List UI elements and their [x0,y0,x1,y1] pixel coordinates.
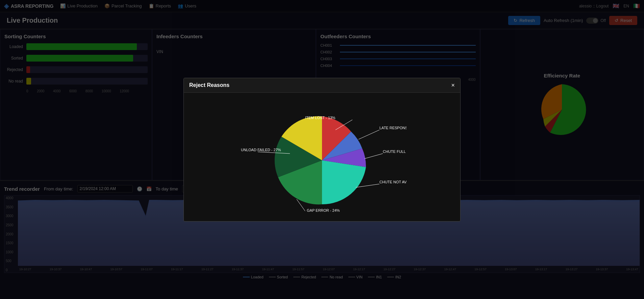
svg-text:UNLOAD FAILED - 27%: UNLOAD FAILED - 27% [241,148,281,152]
svg-line-8 [356,184,379,187]
svg-line-6 [365,154,383,159]
svg-text:CHUTE NOT AVAILABLE - 20%: CHUTE NOT AVAILABLE - 20% [379,180,406,184]
svg-line-4 [358,130,379,139]
svg-text:LATE RESPONSE - 7%: LATE RESPONSE - 7% [379,126,406,130]
svg-text:ITEM LOST - 13%: ITEM LOST - 13% [305,116,336,120]
modal-title: Reject Reasons [189,82,229,88]
modal-header: Reject Reasons × [184,78,460,93]
svg-text:GAP ERROR - 24%: GAP ERROR - 24% [307,208,340,212]
svg-text:CHUTE FULL - 10%: CHUTE FULL - 10% [383,150,406,154]
modal-overlay[interactable]: Reject Reasons × [0,0,644,299]
pie-chart-container: ITEM LOST - 13% LATE RESPONSE - 7% CHUTE… [238,99,406,214]
modal-close-button[interactable]: × [451,82,455,88]
reject-reasons-modal: Reject Reasons × [183,78,461,222]
modal-body: ITEM LOST - 13% LATE RESPONSE - 7% CHUTE… [184,93,460,221]
reject-reasons-pie: ITEM LOST - 13% LATE RESPONSE - 7% CHUTE… [238,99,406,214]
